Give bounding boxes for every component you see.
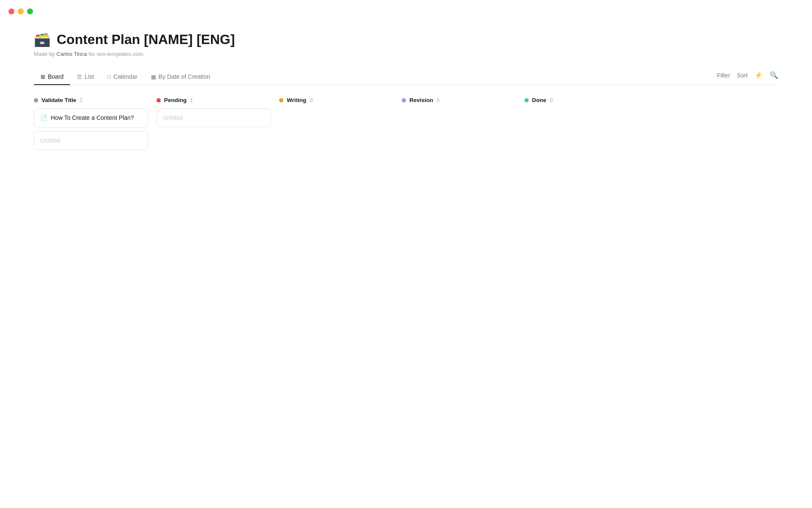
tab-by-date-label: By Date of Creation: [159, 73, 210, 80]
minimize-button[interactable]: [18, 8, 24, 14]
column-writing: Writing 0: [279, 97, 393, 108]
tab-by-date[interactable]: ▦ By Date of Creation: [144, 69, 217, 85]
for-label: for: [88, 51, 95, 57]
writing-label: Writing: [287, 97, 306, 103]
board-icon: ⊞: [41, 74, 45, 80]
card-untitled-pending[interactable]: Untitled: [156, 108, 271, 127]
page-subtitle: Made by Carlos Tinca for seo-templates.c…: [34, 51, 778, 57]
card-untitled-validate-text: Untitled: [40, 137, 60, 144]
tabs-right: Filter Sort ⚡ 🔍: [717, 71, 778, 83]
revision-label: Revision: [409, 97, 433, 103]
writing-count: 0: [310, 97, 313, 103]
main-content: 🗃️ Content Plan [NAME] [ENG] Made by Car…: [0, 19, 812, 170]
search-icon[interactable]: 🔍: [770, 71, 778, 79]
validate-title-dot: [34, 98, 38, 102]
card-title-how-to-create: How To Create a Content Plan?: [51, 114, 134, 122]
tab-board-label: Board: [48, 73, 63, 80]
tab-board[interactable]: ⊞ Board: [34, 69, 70, 85]
column-validate-title: Validate Title 2 📄 How To Create a Conte…: [34, 97, 148, 153]
card-doc-icon: 📄: [40, 114, 47, 121]
revision-count: 0: [436, 97, 439, 103]
column-revision: Revision 0: [402, 97, 516, 108]
column-done-header: Done 0: [524, 97, 639, 103]
tab-list-label: List: [85, 73, 94, 80]
done-count: 0: [550, 97, 553, 103]
column-done: Done 0: [524, 97, 639, 108]
pending-count: 1: [190, 97, 193, 103]
close-button[interactable]: [8, 8, 14, 14]
page-title: Content Plan [NAME] [ENG]: [57, 32, 235, 47]
validate-title-label: Validate Title: [41, 97, 76, 103]
website-link[interactable]: seo-templates.com.: [96, 51, 144, 57]
traffic-lights: [0, 0, 812, 19]
sort-button[interactable]: Sort: [737, 72, 748, 79]
lightning-icon[interactable]: ⚡: [754, 71, 763, 79]
page-icon: 🗃️: [34, 31, 51, 47]
column-validate-title-header: Validate Title 2: [34, 97, 148, 103]
pending-dot: [156, 98, 161, 102]
column-revision-header: Revision 0: [402, 97, 516, 103]
tab-list[interactable]: ☰ List: [70, 69, 101, 85]
board: Validate Title 2 📄 How To Create a Conte…: [34, 97, 778, 153]
pending-label: Pending: [164, 97, 187, 103]
tab-calendar-label: Calendar: [113, 73, 137, 80]
author-name: Carlos Tinca: [57, 51, 87, 57]
filter-button[interactable]: Filter: [717, 72, 730, 79]
list-icon: ☰: [77, 74, 82, 80]
tabs-bar: ⊞ Board ☰ List □ Calendar ▦ By Date of C…: [34, 69, 778, 85]
by-date-icon: ▦: [151, 74, 156, 80]
calendar-icon: □: [107, 74, 111, 80]
card-untitled-validate[interactable]: Untitled: [34, 131, 148, 150]
validate-title-count: 2: [80, 97, 82, 103]
column-writing-header: Writing 0: [279, 97, 393, 103]
made-by-label: Made by: [34, 51, 55, 57]
done-label: Done: [532, 97, 546, 103]
page-header: 🗃️ Content Plan [NAME] [ENG]: [34, 31, 778, 47]
tabs-left: ⊞ Board ☰ List □ Calendar ▦ By Date of C…: [34, 69, 717, 85]
revision-dot: [402, 98, 406, 102]
writing-dot: [279, 98, 283, 102]
column-pending-header: Pending 1: [156, 97, 271, 103]
card-how-to-create[interactable]: 📄 How To Create a Content Plan?: [34, 108, 148, 128]
column-pending: Pending 1 Untitled: [156, 97, 271, 130]
tab-calendar[interactable]: □ Calendar: [101, 69, 144, 85]
card-untitled-pending-text: Untitled: [163, 114, 183, 121]
maximize-button[interactable]: [27, 8, 33, 14]
done-dot: [524, 98, 529, 102]
